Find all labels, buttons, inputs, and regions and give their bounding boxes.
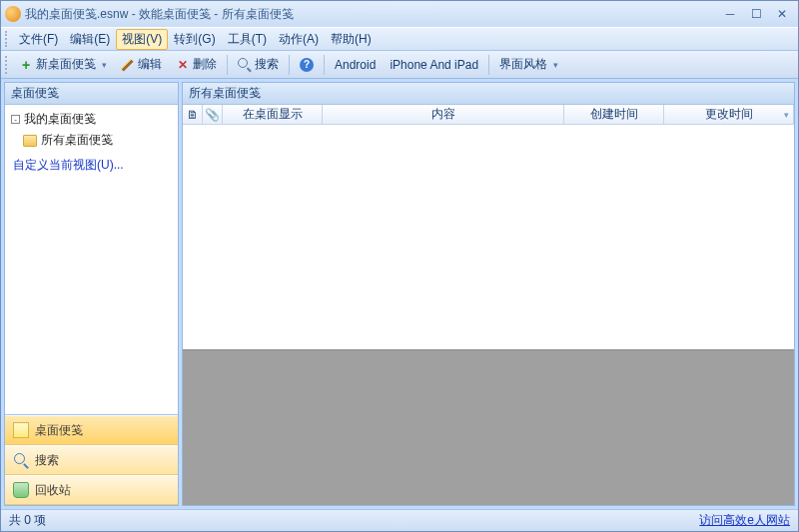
edit-label: 编辑 (138, 56, 162, 73)
separator (227, 55, 228, 75)
col-icon2[interactable]: 📎 (203, 105, 223, 124)
nav-search-label: 搜索 (35, 452, 59, 469)
menu-action[interactable]: 动作(A) (273, 29, 325, 50)
status-link[interactable]: 访问高效e人网站 (699, 512, 790, 529)
attach-icon: 📎 (205, 108, 220, 122)
android-button[interactable]: Android (329, 56, 382, 74)
main-header: 所有桌面便笺 (183, 83, 794, 105)
note-icon (13, 422, 29, 438)
tree: - 我的桌面便笺 所有桌面便笺 自定义当前视图(U)... (5, 105, 178, 414)
menu-goto[interactable]: 转到(G) (168, 29, 221, 50)
delete-label: 删除 (193, 56, 217, 73)
nav-notes[interactable]: 桌面便笺 (5, 415, 178, 445)
delete-button[interactable]: ✕ 删除 (170, 54, 223, 75)
menu-view[interactable]: 视图(V) (116, 29, 168, 50)
body: 桌面便笺 - 我的桌面便笺 所有桌面便笺 自定义当前视图(U)... 桌面便笺 (1, 79, 798, 509)
iphone-button[interactable]: iPhone And iPad (384, 56, 484, 74)
nav-buttons: 桌面便笺 搜索 回收站 (5, 414, 178, 505)
nav-recycle[interactable]: 回收站 (5, 475, 178, 505)
col-created[interactable]: 创建时间 (564, 105, 664, 124)
menu-edit[interactable]: 编辑(E) (64, 29, 116, 50)
theme-label: 界面风格 (499, 56, 547, 73)
toolbar-grip[interactable] (5, 56, 11, 74)
menu-tool[interactable]: 工具(T) (222, 29, 273, 50)
menubar: 文件(F) 编辑(E) 视图(V) 转到(G) 工具(T) 动作(A) 帮助(H… (1, 27, 798, 51)
close-button[interactable]: ✕ (770, 6, 794, 22)
menu-help[interactable]: 帮助(H) (325, 29, 378, 50)
separator (289, 55, 290, 75)
cross-icon: ✕ (176, 58, 190, 72)
nav-notes-label: 桌面便笺 (35, 422, 83, 439)
search-icon (13, 452, 29, 468)
help-icon: ? (300, 58, 314, 72)
grid-header: 🗎 📎 在桌面显示 内容 创建时间 更改时间 (183, 105, 794, 125)
grid-body[interactable] (183, 125, 794, 349)
doc-icon: 🗎 (187, 108, 199, 122)
tree-root-label: 我的桌面便笺 (24, 111, 96, 128)
window-title: 我的桌面便笺.esnw - 效能桌面便笺 - 所有桌面便笺 (25, 6, 718, 23)
col-modified[interactable]: 更改时间 (664, 105, 794, 124)
tree-root[interactable]: - 我的桌面便笺 (9, 109, 174, 130)
search-button[interactable]: 搜索 (232, 54, 285, 75)
sidebar: 桌面便笺 - 我的桌面便笺 所有桌面便笺 自定义当前视图(U)... 桌面便笺 (4, 82, 179, 506)
recycle-icon (13, 482, 29, 498)
folder-icon (23, 135, 37, 147)
plus-icon: + (19, 58, 33, 72)
collapse-icon[interactable]: - (11, 115, 20, 124)
status-count: 共 0 项 (9, 512, 46, 529)
toolbar: + 新桌面便笺 编辑 ✕ 删除 搜索 ? Android iPhone And … (1, 51, 798, 79)
search-label: 搜索 (255, 56, 279, 73)
minimize-button[interactable]: ─ (718, 6, 742, 22)
sidebar-header: 桌面便笺 (5, 83, 178, 105)
tree-child-all[interactable]: 所有桌面便笺 (21, 130, 174, 151)
edit-button[interactable]: 编辑 (115, 54, 168, 75)
statusbar: 共 0 项 访问高效e人网站 (1, 509, 798, 531)
nav-search[interactable]: 搜索 (5, 445, 178, 475)
maximize-button[interactable]: ☐ (744, 6, 768, 22)
customize-view-link[interactable]: 自定义当前视图(U)... (9, 151, 174, 180)
col-show[interactable]: 在桌面显示 (223, 105, 323, 124)
theme-button[interactable]: 界面风格 (493, 54, 564, 75)
new-note-label: 新桌面便笺 (36, 56, 96, 73)
main-panel: 所有桌面便笺 🗎 📎 在桌面显示 内容 创建时间 更改时间 (182, 82, 795, 506)
col-icon1[interactable]: 🗎 (183, 105, 203, 124)
col-content[interactable]: 内容 (323, 105, 564, 124)
search-icon (238, 58, 252, 72)
pencil-icon (121, 58, 135, 72)
help-button[interactable]: ? (294, 56, 320, 74)
separator (488, 55, 489, 75)
menubar-grip[interactable] (5, 31, 11, 47)
new-note-button[interactable]: + 新桌面便笺 (13, 54, 113, 75)
nav-recycle-label: 回收站 (35, 482, 71, 499)
separator (324, 55, 325, 75)
preview-pane (183, 349, 794, 505)
app-window: 我的桌面便笺.esnw - 效能桌面便笺 - 所有桌面便笺 ─ ☐ ✕ 文件(F… (0, 0, 799, 532)
tree-child-label: 所有桌面便笺 (41, 132, 113, 149)
app-icon (5, 6, 21, 22)
titlebar[interactable]: 我的桌面便笺.esnw - 效能桌面便笺 - 所有桌面便笺 ─ ☐ ✕ (1, 1, 798, 27)
menu-file[interactable]: 文件(F) (13, 29, 64, 50)
